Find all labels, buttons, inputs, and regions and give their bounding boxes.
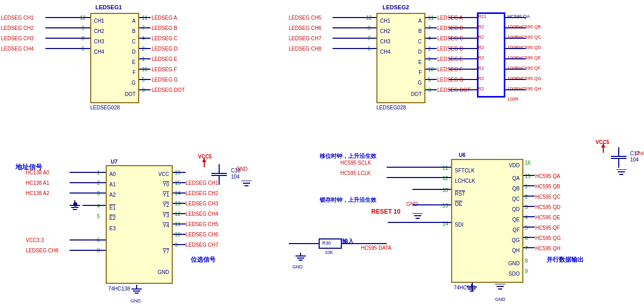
hc138-vcc: VCC — [158, 171, 169, 177]
ledseg1-pin-ch1: CH1 — [94, 18, 104, 24]
wire-ledseg1-f — [139, 69, 151, 70]
ledseg1-left-ch3: LEDSEG CH3 — [1, 36, 34, 41]
hc138-vcc33: VCC3.3 — [26, 237, 44, 243]
hc595-qb-r: QB — [513, 186, 520, 191]
wire-hc595-r-qa — [523, 175, 535, 176]
gnd-c18-symbol — [239, 181, 254, 192]
vcc5-power-symbol-hc138 — [200, 158, 208, 167]
wire-hc595-sftclk — [387, 167, 451, 168]
hc595-right-qe: HC595 QE — [535, 215, 560, 220]
gnd-r30-label: GND — [292, 264, 303, 269]
wire-ledseg2-ch7 — [333, 38, 376, 39]
hc138-type: 74HC138 — [108, 286, 130, 292]
wire-hc138-ch6 — [173, 234, 186, 235]
reset-label: RESET 10 — [371, 208, 401, 215]
hc595-lnum11: 11 — [442, 165, 448, 171]
ledseg2-pin-d: D — [418, 49, 422, 55]
res-r27: R2 — [478, 76, 484, 81]
ledseg2-left-ch8: LEDSEG CH8 — [289, 46, 321, 52]
wire-res-d — [449, 48, 477, 49]
res-r21: R21 — [478, 14, 487, 19]
wire-hc138-ch1 — [173, 182, 186, 183]
wire-ledseg1-d — [139, 48, 151, 49]
hc595-rnum15: 15 — [525, 173, 531, 179]
hc595-sdi: SDI — [455, 222, 464, 228]
hc595-right-qg: HC595 QG — [535, 235, 560, 241]
gnd-r30-symbol — [293, 253, 308, 264]
wire-ledseg-ch8-left — [70, 250, 106, 251]
ledseg2-left-ch5: LEDSEG CH5 — [289, 15, 321, 21]
ledseg2-type: LEDSEG028 — [376, 105, 406, 110]
hc595-sclk-label: HC595 SCLK — [340, 160, 371, 166]
hc595-rnum7: 7 — [525, 246, 528, 251]
wire-out-d — [505, 48, 526, 49]
hc138-a1: A1 — [109, 182, 115, 187]
wire-ledseg1-ch4 — [45, 48, 90, 49]
wire-res-g — [449, 79, 477, 80]
wire-ledseg2-a — [425, 17, 437, 18]
hc595-rnum1: 1 — [525, 184, 528, 189]
ledseg1-title: LEDSEG1 — [95, 4, 122, 10]
wire-ledseg2-e — [425, 58, 437, 59]
cap-c18 — [209, 164, 229, 190]
hc595-rst: RST — [455, 191, 465, 197]
hc595-rnum3: 3 — [525, 204, 528, 210]
res-r22: R2 — [478, 24, 484, 29]
junction-e1-e2 — [73, 202, 77, 206]
gnd-c17-symbol — [614, 169, 629, 181]
hc138-y0: Y0 — [163, 182, 169, 187]
100r-qf: 100RHC595 QF — [507, 66, 541, 71]
hc595-sftclk: SFTCLK — [455, 168, 474, 173]
gnd-hc138-bottom — [129, 285, 144, 298]
wire-res-f — [449, 69, 477, 70]
hc138-e2: E2 — [109, 215, 115, 221]
ledseg1-right-g: LEDSEG G — [152, 77, 178, 83]
parallel-output-label: 并行数据输出 — [547, 255, 584, 264]
ledseg1-right-e: LEDSEG E — [152, 56, 177, 62]
ledseg1-box: CH1 CH2 CH3 CH4 A B C D E F G DOT — [90, 13, 139, 103]
ledseg2-pin-b: B — [418, 28, 422, 34]
100r-qe: 100RHC595 QE — [507, 55, 541, 60]
hc595-lclk-label: HC595 LCLK — [340, 170, 371, 176]
wire-ledseg2-f — [425, 69, 437, 70]
ledseg2-box: CH1 CH2 CH3 CH4 A B C D E F G DOT — [376, 13, 425, 103]
wire-hc138-ch4 — [173, 213, 186, 214]
hc138-y7: Y7 — [163, 249, 169, 254]
ledseg2-pin-ch3: CH3 — [380, 39, 390, 44]
wire-vcc33 — [70, 239, 106, 240]
hc595-qe-r: QE — [513, 217, 520, 222]
res-r26: R2 — [478, 66, 484, 71]
wire-ledseg1-b — [139, 27, 151, 28]
wire-hc138-ch3 — [173, 203, 186, 204]
r30-box: R30 — [319, 238, 342, 249]
u7-title: U7 — [111, 159, 118, 165]
hc595-qf-r: QF — [513, 227, 520, 233]
hc595-vdd: VDD — [509, 163, 520, 168]
hc138-right-ledseg-ch6: LEDSEG CH6 — [186, 232, 218, 237]
hc595-oe: OE — [455, 201, 462, 207]
gnd-c17-top: GND — [635, 151, 644, 156]
hc138-left-a0: HC138 A0 — [26, 170, 49, 175]
u6-title: U6 — [459, 152, 466, 158]
hc595-right-qa: HC595 QA — [535, 173, 560, 179]
ledseg1-pin-dot: DOT — [125, 91, 136, 97]
100r-qc: 100RHC595 QC — [507, 35, 541, 40]
hc138-a0: A0 — [109, 171, 115, 177]
wire-e1 — [82, 205, 106, 206]
hc595-right-qb: HC595 QB — [535, 184, 560, 189]
svg-marker-5 — [202, 158, 206, 162]
wire-ledseg2-ch6 — [333, 27, 376, 28]
hc595-qd-r: QD — [512, 206, 520, 212]
ledseg2-pin-dot: DOT — [411, 91, 422, 97]
ledseg2-pin-g: G — [418, 80, 422, 86]
hc595-lnum13: 13 — [442, 203, 448, 208]
wire-ledseg2-dot — [425, 89, 437, 90]
wire-ledseg1-e — [139, 58, 151, 59]
wire-a0 — [70, 172, 106, 173]
hc595-data-label: HC595 DATA — [361, 245, 391, 251]
100r-qb: 100RHC595 QB — [507, 24, 541, 29]
hc595-rnum4: 4 — [525, 215, 528, 220]
ledseg2-pin-e: E — [418, 59, 422, 65]
hc595-lnum12: 12 — [442, 175, 448, 181]
ledseg1-right-dot: LEDSEG DOT — [152, 87, 185, 93]
